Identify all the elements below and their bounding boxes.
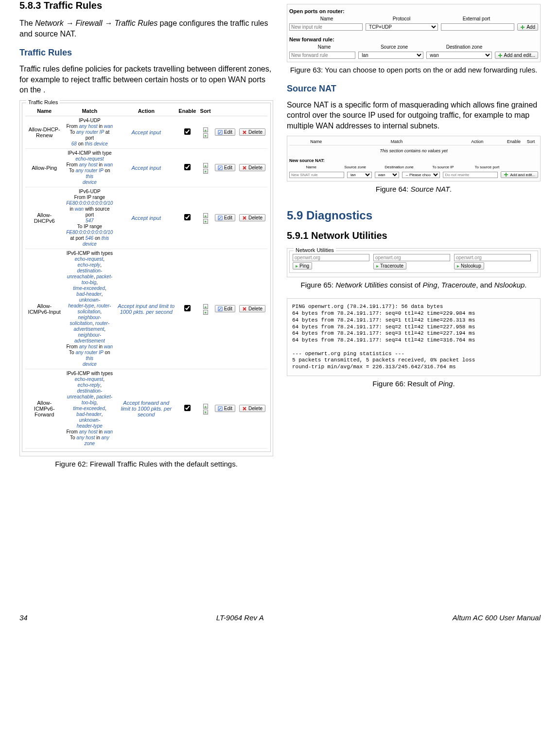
doc-title: Altum AC 600 User Manual — [453, 613, 541, 622]
traceroute-button[interactable]: ▸Traceroute — [373, 262, 406, 270]
plus-icon — [498, 53, 503, 58]
rule-action: Accept forward and limit to 1000 pkts. p… — [116, 369, 176, 448]
sort-up-icon[interactable] — [203, 213, 208, 218]
delete-icon — [242, 406, 247, 411]
table-row: Allow-ICMPv6-ForwardIPv6-ICMP with types… — [25, 369, 267, 448]
rule-match: IPv6-UDPFrom IP rangeFE80:0:0:0:0:0:0:0/… — [63, 187, 116, 249]
edit-button[interactable]: Edit — [215, 214, 235, 221]
svg-rect-10 — [504, 174, 508, 175]
enable-checkbox[interactable] — [184, 214, 191, 220]
rule-action: Accept input — [116, 148, 176, 187]
sort-up-icon[interactable] — [203, 163, 208, 168]
delete-button[interactable]: Delete — [239, 405, 265, 412]
sort-up-icon[interactable] — [203, 404, 208, 409]
snat-tosip-select[interactable]: -- Please choo — [402, 172, 440, 178]
subheading-traffic-rules: Traffic Rules — [19, 48, 273, 58]
doc-rev: LT-9064 Rev A — [216, 613, 264, 622]
forward-name-input[interactable] — [289, 52, 355, 59]
edit-button[interactable]: Edit — [215, 164, 235, 171]
traceroute-host-input[interactable] — [373, 254, 450, 261]
delete-button[interactable]: Delete — [239, 214, 265, 221]
add-and-edit-button[interactable]: Add and edit... — [495, 52, 539, 59]
enable-checkbox[interactable] — [184, 405, 191, 411]
edit-icon — [218, 165, 223, 170]
ping-host-input[interactable] — [293, 254, 369, 261]
sort-cell — [198, 187, 212, 249]
traffic-rules-para: Traffic rules define policies for packet… — [19, 64, 273, 95]
protocol-select[interactable]: TCP+UDP — [366, 23, 438, 31]
sort-down-icon[interactable] — [203, 310, 208, 315]
source-nat-para: Source NAT is a specific form of masquer… — [287, 100, 541, 131]
enable-checkbox[interactable] — [184, 164, 191, 170]
rule-match: IPv6-ICMP with typesecho-request,echo-re… — [63, 369, 116, 448]
sort-down-icon[interactable] — [203, 169, 208, 174]
rule-action: Accept input — [116, 187, 176, 249]
edit-button[interactable]: Edit — [215, 305, 235, 312]
dest-zone-select[interactable]: wan — [426, 52, 491, 59]
figure-64: Name Match Action Enable Sort This secti… — [287, 136, 541, 181]
figure-62: Traffic Rules Name Match Action Enable S… — [19, 100, 273, 456]
delete-icon — [242, 165, 247, 170]
enable-cell — [176, 187, 198, 249]
rule-name: Allow-ICMPv6-Input — [25, 249, 63, 369]
source-zone-select[interactable]: lan — [358, 52, 423, 59]
section-title: Traffic Rules — [44, 0, 102, 11]
svg-rect-6 — [521, 27, 525, 28]
empty-section-text: This section contains no values yet — [289, 145, 538, 156]
subheading-source-nat: Source NAT — [287, 84, 541, 94]
sort-cell — [198, 116, 212, 148]
delete-button[interactable]: Delete — [239, 128, 265, 136]
plus-icon — [504, 172, 508, 177]
sort-cell — [198, 249, 212, 369]
edit-button[interactable]: Edit — [215, 128, 235, 136]
figure-63: Open ports on router: Name Protocol Exte… — [287, 4, 541, 62]
snat-dst-select[interactable]: wan — [375, 172, 400, 178]
figure-63-caption: Figure 63: You can choose to open ports … — [287, 65, 541, 75]
sort-cell — [198, 148, 212, 187]
figure-66-caption: Figure 66: Result of Ping. — [287, 379, 541, 389]
snat-add-edit-button[interactable]: Add and edit... — [501, 171, 538, 178]
edit-icon — [218, 406, 223, 411]
enable-checkbox[interactable] — [184, 305, 191, 311]
figure-65: Network Utilities ▸Ping ▸Traceroute ▸Nsl… — [287, 248, 541, 277]
table-header-row: Name Match Action Enable Sort — [25, 106, 267, 116]
sort-down-icon[interactable] — [203, 410, 208, 414]
rule-action: Accept input and limit to 1000 pkts. per… — [116, 249, 176, 369]
delete-button[interactable]: Delete — [239, 164, 265, 171]
snat-name-input[interactable] — [289, 172, 344, 178]
page-number: 34 — [19, 613, 28, 622]
rule-name: Allow-DHCP-Renew — [25, 116, 63, 148]
edit-icon — [218, 306, 223, 311]
arrow-icon: ▸ — [376, 263, 379, 269]
edit-icon — [218, 216, 223, 220]
enable-checkbox[interactable] — [184, 128, 191, 135]
open-ports-label: Open ports on router: — [289, 8, 538, 14]
breadcrumb-path: Network → Firewall → Traffic Rules — [35, 19, 158, 27]
new-snat-label: New source NAT: — [289, 158, 538, 163]
edit-button[interactable]: Edit — [215, 405, 235, 412]
open-port-name-input[interactable] — [289, 23, 363, 31]
enable-cell — [176, 148, 198, 187]
delete-icon — [242, 306, 247, 311]
snat-tosport-input[interactable] — [443, 172, 498, 178]
sort-up-icon[interactable] — [203, 127, 208, 132]
rule-action: Accept input — [116, 116, 176, 148]
figure-66: PING openwrt.org (78.24.191.177): 56 dat… — [287, 298, 541, 376]
sort-cell — [198, 369, 212, 448]
enable-cell — [176, 369, 198, 448]
sort-down-icon[interactable] — [203, 219, 208, 224]
external-port-input[interactable] — [441, 23, 514, 31]
ping-button[interactable]: ▸Ping — [293, 262, 312, 270]
delete-button[interactable]: Delete — [239, 305, 265, 312]
sort-down-icon[interactable] — [203, 133, 208, 138]
figure-64-caption: Figure 64: Source NAT. — [287, 184, 541, 194]
table-row: Allow-PingIPv4-ICMP with typeecho-reques… — [25, 148, 267, 187]
add-button[interactable]: Add — [517, 23, 538, 31]
svg-rect-8 — [498, 55, 502, 56]
snat-src-select[interactable]: lan — [347, 172, 372, 178]
nslookup-button[interactable]: ▸Nslookup — [454, 262, 484, 270]
rule-match: IPv6-ICMP with typesecho-request,echo-re… — [63, 249, 116, 369]
nslookup-host-input[interactable] — [454, 254, 531, 261]
delete-icon — [242, 130, 247, 135]
sort-up-icon[interactable] — [203, 304, 208, 309]
